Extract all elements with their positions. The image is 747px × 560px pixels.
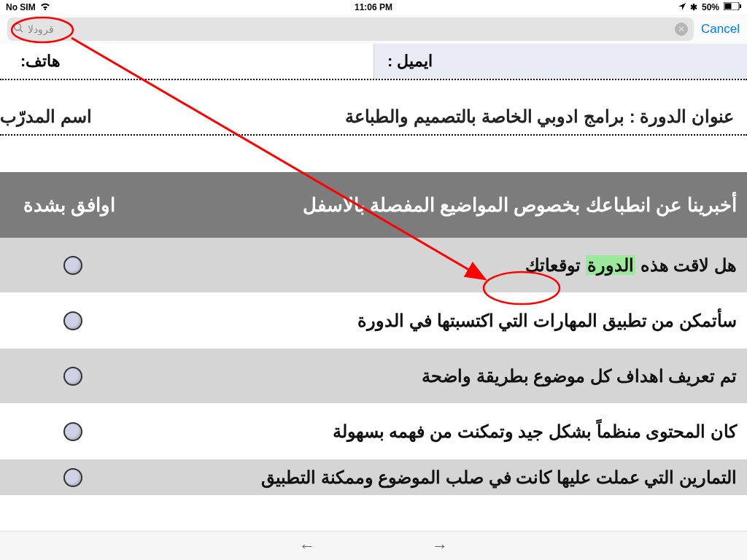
radio-icon: [63, 256, 82, 275]
radio-icon: [63, 468, 82, 487]
svg-rect-1: [725, 4, 732, 9]
survey-row-4: كان المحتوى منظماً بشكل جيد وتمكنت من فه…: [0, 404, 747, 459]
search-row: ✕ Cancel: [0, 15, 747, 44]
survey-q5-text: التمارين التي عملت عليها كانت في صلب الم…: [131, 467, 747, 488]
status-time: 11:06 PM: [355, 2, 392, 12]
survey-q3-agree[interactable]: [0, 367, 131, 386]
content: هاتف: ايميل : عنوان الدورة : برامج ادوبي…: [0, 44, 747, 496]
survey-row-2: سأتمكن من تطبيق المهارات التي اكتسبتها ف…: [0, 293, 747, 349]
location-icon: [678, 2, 686, 12]
survey-header: أخبرينا عن انطباعك بخصوص المواضيع المفصل…: [0, 172, 747, 238]
trainer-label: اسم المدرّب: [0, 106, 92, 127]
survey-header-prompt: أخبرينا عن انطباعك بخصوص المواضيع المفصل…: [131, 194, 747, 217]
phone-label: هاتف:: [20, 52, 61, 71]
search-input[interactable]: [28, 23, 670, 35]
svg-rect-2: [740, 4, 741, 8]
nav-bar: ← →: [0, 531, 747, 560]
nav-back-icon[interactable]: ←: [299, 537, 315, 556]
survey-header-col-agree: اوافق بشدة: [0, 194, 131, 217]
survey-q5-agree[interactable]: [0, 468, 131, 487]
survey-row-3: تم تعريف اهداف كل موضوع بطريقة واضحة: [0, 349, 747, 404]
search-highlight: الدورة: [586, 255, 635, 275]
contact-row: هاتف: ايميل :: [0, 44, 747, 80]
battery-icon: [724, 2, 741, 12]
svg-line-4: [20, 30, 23, 33]
title-line: عنوان الدورة : برامج ادوبي الخاصة بالتصم…: [0, 101, 747, 134]
search-field[interactable]: ✕: [7, 18, 694, 41]
battery-text: 50%: [702, 2, 719, 12]
radio-icon: [63, 367, 82, 386]
radio-icon: [63, 422, 82, 441]
status-bar: No SIM 11:06 PM ✱ 50%: [0, 0, 747, 15]
course-title: عنوان الدورة : برامج ادوبي الخاصة بالتصم…: [345, 106, 734, 127]
status-right: ✱ 50%: [678, 2, 741, 12]
survey-row-5: التمارين التي عملت عليها كانت في صلب الم…: [0, 459, 747, 496]
wifi-icon: [40, 2, 50, 12]
svg-point-3: [15, 24, 21, 31]
survey-q3-text: تم تعريف اهداف كل موضوع بطريقة واضحة: [131, 366, 747, 386]
title-section: عنوان الدورة : برامج ادوبي الخاصة بالتصم…: [0, 101, 747, 136]
email-cell: ايميل :: [374, 44, 747, 79]
email-label: ايميل :: [387, 52, 433, 71]
clear-icon[interactable]: ✕: [675, 23, 688, 36]
survey-q2-text: سأتمكن من تطبيق المهارات التي اكتسبتها ف…: [131, 311, 747, 331]
survey-q4-text: كان المحتوى منظماً بشكل جيد وتمكنت من فه…: [131, 421, 747, 442]
nav-forward-icon[interactable]: →: [432, 537, 448, 556]
survey-q1-text: هل لاقت هذه الدورة توقعاتك: [131, 255, 747, 276]
survey-q1-agree[interactable]: [0, 256, 131, 275]
cancel-button[interactable]: Cancel: [701, 22, 740, 36]
phone-cell: هاتف:: [0, 44, 374, 79]
radio-icon: [63, 311, 82, 330]
status-left: No SIM: [6, 2, 50, 12]
search-icon: [13, 23, 23, 36]
survey-q2-agree[interactable]: [0, 311, 131, 330]
carrier-text: No SIM: [6, 2, 36, 12]
survey-q4-agree[interactable]: [0, 422, 131, 441]
bluetooth-icon: ✱: [690, 2, 697, 12]
survey-row-1: هل لاقت هذه الدورة توقعاتك: [0, 238, 747, 293]
